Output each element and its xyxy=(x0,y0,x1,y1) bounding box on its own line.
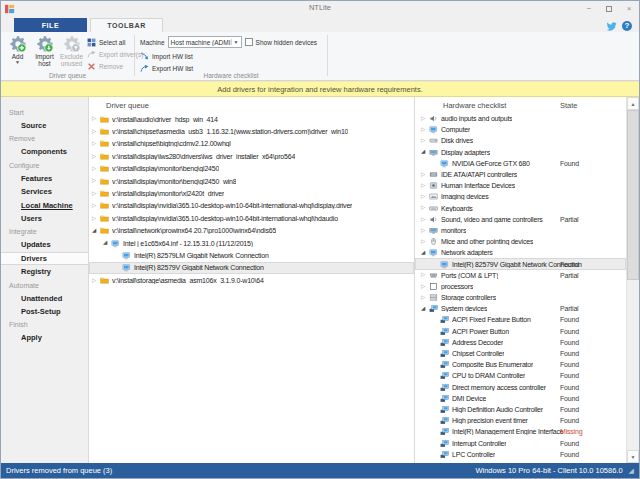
minimize-button[interactable]: − xyxy=(583,3,595,14)
sidebar-item-unattended[interactable]: Unattended xyxy=(1,292,88,305)
sidebar-item-drivers[interactable]: Drivers xyxy=(1,252,88,265)
chevron-down-icon[interactable]: ▼ xyxy=(231,39,241,45)
driver-queue-row[interactable]: ▷v:\install\display\nvidia\365.10-deskto… xyxy=(89,200,414,212)
expander-collapsed-icon[interactable]: ▷ xyxy=(92,129,100,135)
driver-queue-row[interactable]: ▷v:\install\display\monitor\benq\gl2450_… xyxy=(89,175,414,187)
sidebar-item-users[interactable]: Users xyxy=(1,212,88,225)
hardware-row[interactable]: ACPI Power ButtonFound xyxy=(415,326,626,337)
sidebar-item-services[interactable]: Services xyxy=(1,185,88,198)
sidebar-item-local-machine[interactable]: Local Machine xyxy=(1,199,88,212)
driver-queue-row[interactable]: ▷v:\install\display\nvidia\365.10-deskto… xyxy=(89,212,414,224)
help-icon[interactable]: ? xyxy=(622,21,632,31)
hardware-row[interactable]: ◢Network adapters xyxy=(415,247,626,258)
hardware-row[interactable]: Intel(R) Management Engine InterfaceMiss… xyxy=(415,426,626,437)
expander-collapsed-icon[interactable]: ▷ xyxy=(92,116,100,122)
hardware-row[interactable]: Direct memory access controllerFound xyxy=(415,382,626,393)
maximize-button[interactable] xyxy=(603,3,615,14)
hardware-row[interactable]: Intel(R) 82579V Gigabit Network Connecti… xyxy=(415,258,626,269)
sidebar-item-components[interactable]: Components xyxy=(1,145,88,158)
machine-select[interactable]: Host machine (ADMI ▼ xyxy=(168,36,242,48)
sidebar-item-features[interactable]: Features xyxy=(1,172,88,185)
hardware-row[interactable]: ACPI Fixed Feature ButtonFound xyxy=(415,314,626,325)
close-button[interactable]: × xyxy=(623,3,635,14)
hardware-row[interactable]: Address DecoderFound xyxy=(415,337,626,348)
hardware-row[interactable]: ▷Imaging devices xyxy=(415,191,626,202)
hardware-row[interactable]: ▷Ports (COM & LPT)Partial xyxy=(415,270,626,281)
driver-queue-row[interactable]: ▷v:\install\chipset\bigtng\cdmv2.12.00wh… xyxy=(89,138,414,150)
hardware-row[interactable]: Composite Bus EnumeratorFound xyxy=(415,359,626,370)
scroll-down-icon[interactable]: ▼ xyxy=(627,450,639,463)
scrollbar[interactable]: ▲ ▼ xyxy=(626,97,639,463)
expander-collapsed-icon[interactable]: ▷ xyxy=(421,183,429,189)
expander-collapsed-icon[interactable]: ▷ xyxy=(421,284,429,290)
hardware-row[interactable]: ▷Human Interface Devices xyxy=(415,180,626,191)
expander-expanded-icon[interactable]: ◢ xyxy=(103,240,111,246)
hardware-row[interactable]: ▷audio inputs and outputs xyxy=(415,113,626,124)
expander-collapsed-icon[interactable]: ▷ xyxy=(421,127,429,133)
hardware-row[interactable]: ▷Keyboards xyxy=(415,203,626,214)
sidebar-item-registry[interactable]: Registry xyxy=(1,265,88,278)
hardware-row[interactable]: ◢System devicesPartial xyxy=(415,303,626,314)
expander-collapsed-icon[interactable]: ▷ xyxy=(421,239,429,245)
driver-queue-row[interactable]: ▷v:\install\display\monitor\xl2420t_driv… xyxy=(89,187,414,199)
driver-queue-row[interactable]: Intel(R) 82579V Gigabit Network Connecti… xyxy=(89,262,414,274)
expander-collapsed-icon[interactable]: ▷ xyxy=(92,191,100,197)
scroll-up-icon[interactable]: ▲ xyxy=(627,97,639,110)
tab-file[interactable]: FILE xyxy=(14,18,87,32)
expander-collapsed-icon[interactable]: ▷ xyxy=(92,216,100,222)
expander-collapsed-icon[interactable]: ▷ xyxy=(421,217,429,223)
twitter-icon[interactable] xyxy=(606,20,617,31)
driver-queue-row[interactable]: ▷v:\install\storage\asmedia_asm106x_3.1.… xyxy=(89,274,414,286)
driver-queue-row[interactable]: ▷v:\install\chipset\asmedia_usb3_1.16.32… xyxy=(89,125,414,137)
hardware-row[interactable]: ▷Mice and other pointing devices xyxy=(415,236,626,247)
expander-collapsed-icon[interactable]: ▷ xyxy=(421,172,429,178)
tab-toolbar[interactable]: TOOLBAR xyxy=(90,18,163,32)
hardware-row[interactable]: ▷Disk drives xyxy=(415,135,626,146)
expander-collapsed-icon[interactable]: ▷ xyxy=(421,116,429,122)
hardware-row[interactable]: ▷Sound, video and game controllersPartia… xyxy=(415,214,626,225)
driver-queue-row[interactable]: ▷v:\install\display\lws280\drivers\lws_d… xyxy=(89,150,414,162)
hardware-row[interactable]: DMI DeviceFound xyxy=(415,393,626,404)
expander-collapsed-icon[interactable]: ▷ xyxy=(421,205,429,211)
resize-grip-icon[interactable]: ◢ xyxy=(629,467,634,475)
expander-collapsed-icon[interactable]: ▷ xyxy=(92,278,100,284)
expander-collapsed-icon[interactable]: ▷ xyxy=(421,138,429,144)
hardware-row[interactable]: LPC ControllerFound xyxy=(415,449,626,460)
sidebar-item-source[interactable]: Source xyxy=(1,119,88,132)
hardware-row[interactable]: ◢Display adapters xyxy=(415,147,626,158)
driver-queue-row[interactable]: Intel(R) 82579LM Gigabit Network Connect… xyxy=(89,249,414,261)
driver-queue-row[interactable]: ▷v:\install\display\monitor\benq\gl2450 xyxy=(89,163,414,175)
expander-collapsed-icon[interactable]: ▷ xyxy=(92,178,100,184)
driver-queue-row[interactable]: ◢v:\install\network\prowinx64 20.7\pro10… xyxy=(89,225,414,237)
show-hidden-devices-checkbox[interactable] xyxy=(245,38,253,46)
hardware-row[interactable]: Chipset ControllerFound xyxy=(415,348,626,359)
expander-collapsed-icon[interactable]: ▷ xyxy=(421,295,429,301)
expander-expanded-icon[interactable]: ◢ xyxy=(92,228,100,234)
hardware-row[interactable]: Interrupt ControllerFound xyxy=(415,437,626,448)
expander-collapsed-icon[interactable]: ▷ xyxy=(421,272,429,278)
hardware-row[interactable]: ▷IDE ATA/ATAPI controllers xyxy=(415,169,626,180)
expander-collapsed-icon[interactable]: ▷ xyxy=(92,203,100,209)
import-hw-list-button[interactable]: Import HW list xyxy=(140,50,327,62)
expander-collapsed-icon[interactable]: ▷ xyxy=(92,154,100,160)
scrollbar-thumb[interactable] xyxy=(627,110,639,280)
expander-expanded-icon[interactable]: ◢ xyxy=(421,250,429,256)
expander-collapsed-icon[interactable]: ▷ xyxy=(421,228,429,234)
hardware-row[interactable]: ▷monitors xyxy=(415,225,626,236)
expander-expanded-icon[interactable]: ◢ xyxy=(421,306,429,312)
hardware-row[interactable]: ▷processors xyxy=(415,281,626,292)
hardware-row[interactable]: ▷Storage controllers xyxy=(415,292,626,303)
hardware-row[interactable]: High precision event timerFound xyxy=(415,415,626,426)
expander-collapsed-icon[interactable]: ▷ xyxy=(92,166,100,172)
expander-collapsed-icon[interactable]: ▷ xyxy=(421,194,429,200)
expander-expanded-icon[interactable]: ◢ xyxy=(421,149,429,155)
hardware-row[interactable]: CPU to DRAM ControllerFound xyxy=(415,370,626,381)
sidebar-item-updates[interactable]: Updates xyxy=(1,238,88,251)
expander-collapsed-icon[interactable]: ▷ xyxy=(92,141,100,147)
sidebar-item-apply[interactable]: Apply xyxy=(1,331,88,344)
sidebar-item-post-setup[interactable]: Post-Setup xyxy=(1,305,88,318)
hardware-row[interactable]: High Definition Audio ControllerFound xyxy=(415,404,626,415)
hardware-row[interactable]: ▷Computer xyxy=(415,124,626,135)
hardware-row[interactable]: NVIDIA GeForce GTX 680Found xyxy=(415,158,626,169)
driver-queue-row[interactable]: ◢Intel | e1c65x64.inf - 12.15.31.0 (11/1… xyxy=(89,237,414,249)
